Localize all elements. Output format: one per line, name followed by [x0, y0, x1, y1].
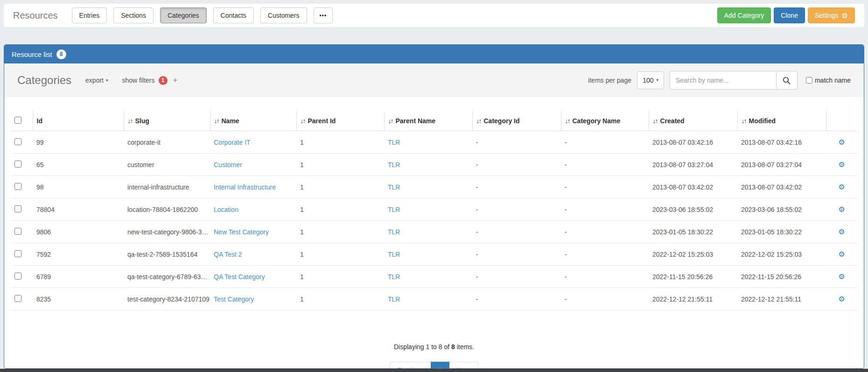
category-name-link[interactable]: Internal Infrastructure [214, 183, 276, 191]
show-filters-toggle[interactable]: show filters 1 + [122, 76, 178, 85]
row-settings-gear-icon[interactable]: ⚙ [838, 205, 845, 213]
table-row: 99 corporate-it Corporate IT 1 TLR - - 2… [11, 131, 857, 154]
more-tabs-button[interactable]: ••• [314, 7, 333, 23]
table-row: 7592 qa-test-2-7589-1535164 QA Test 2 1 … [11, 243, 857, 266]
sort-icon: ↓↑ [301, 117, 305, 125]
row-settings-gear-icon[interactable]: ⚙ [838, 183, 845, 191]
search-button[interactable] [776, 71, 798, 90]
table-row: 9806 new-test-category-9806-3… New Test … [11, 221, 857, 243]
header-modified[interactable]: ↓↑Modified [737, 111, 826, 131]
header-category-name[interactable]: ↓↑Category Name [561, 111, 649, 131]
cell-created: 2013-08-07 03:27:04 [649, 154, 737, 176]
category-name-link[interactable]: Customer [214, 161, 242, 168]
add-category-button[interactable]: Add Category [717, 7, 771, 23]
row-settings-gear-icon[interactable]: ⚙ [838, 273, 845, 281]
row-checkbox[interactable] [14, 138, 21, 145]
row-checkbox[interactable] [14, 228, 21, 235]
select-all-checkbox[interactable] [14, 117, 21, 124]
filter-bar: Categories export ▾ show filters 1 + ite… [4, 63, 864, 97]
parent-name-link[interactable]: TLR [388, 228, 400, 236]
cell-category-name: - [561, 243, 649, 266]
row-settings-gear-icon[interactable]: ⚙ [838, 161, 845, 168]
settings-button[interactable]: Settings ⚙ [808, 7, 855, 23]
row-checkbox[interactable] [14, 250, 21, 257]
cell-id: 6789 [33, 266, 124, 288]
category-name-link[interactable]: Location [214, 206, 238, 213]
pagination-page-1[interactable]: 1 [431, 362, 449, 369]
tab-customers[interactable]: Customers [260, 7, 307, 23]
match-name-checkbox[interactable] [806, 77, 812, 84]
row-checkbox[interactable] [14, 183, 21, 190]
header-category-id[interactable]: ↓↑Category Id [472, 111, 561, 131]
parent-name-link[interactable]: TLR [388, 206, 400, 213]
table-row: 78804 location-78804-1862200 Location 1 … [11, 198, 857, 221]
cell-parent-id: 1 [296, 243, 384, 266]
parent-name-link[interactable]: TLR [388, 273, 400, 281]
category-name-link[interactable]: Test Category [214, 295, 254, 303]
parent-name-link[interactable]: TLR [388, 139, 400, 146]
parent-name-link[interactable]: TLR [388, 161, 400, 168]
settings-button-label: Settings [815, 12, 839, 19]
filter-count-badge: 1 [159, 76, 168, 85]
clone-button[interactable]: Clone [774, 7, 805, 23]
export-dropdown[interactable]: export ▾ [85, 77, 108, 84]
caret-down-icon: ▾ [657, 78, 658, 82]
cell-category-name: - [561, 198, 649, 221]
sort-icon: ↓↑ [742, 117, 746, 125]
cell-slug: internal-infrastructure [124, 176, 210, 198]
row-checkbox[interactable] [14, 161, 21, 168]
cell-category-id: - [472, 176, 561, 198]
header-slug[interactable]: ↓↑Slug [124, 111, 210, 131]
row-checkbox[interactable] [14, 205, 21, 212]
table-row: 98 internal-infrastructure Internal Infr… [11, 176, 857, 198]
cell-id: 8235 [33, 288, 124, 310]
list-footer: Displaying 1 to 8 of 8 items. Previous 1… [4, 343, 864, 369]
cell-modified: 2022-11-15 20:56:26 [737, 266, 826, 288]
category-name-link[interactable]: QA Test 2 [214, 251, 242, 258]
cell-id: 98 [33, 176, 124, 198]
row-checkbox[interactable] [14, 273, 21, 280]
category-name-link[interactable]: Corporate IT [214, 139, 251, 146]
cell-created: 2022-11-15 20:56:26 [649, 266, 737, 288]
cell-slug: qa-test-category-6789-63… [124, 266, 210, 288]
list-title: Categories [17, 74, 71, 87]
row-checkbox[interactable] [14, 295, 21, 302]
add-filter-button[interactable]: + [173, 76, 178, 85]
cell-slug: qa-test-2-7589-1535164 [124, 243, 210, 266]
cell-parent-id: 1 [296, 266, 384, 288]
table-wrap: Id ↓↑Slug ↓↑Name ↓↑Parent Id ↓↑Parent Na… [11, 111, 857, 310]
header-parent-id[interactable]: ↓↑Parent Id [296, 111, 384, 131]
gear-icon: ⚙ [842, 12, 848, 19]
cell-created: 2022-12-12 21:55:11 [649, 288, 737, 310]
resource-list-panel: Resource list 8 Categories export ▾ show… [4, 44, 864, 369]
tab-contacts[interactable]: Contacts [213, 7, 254, 23]
search-group [670, 71, 798, 90]
filter-right-group: items per page 100 ▾ match name [588, 71, 851, 90]
items-per-page-select[interactable]: 100 ▾ [637, 71, 664, 89]
row-settings-gear-icon[interactable]: ⚙ [838, 138, 845, 146]
sort-icon: ↓↑ [653, 117, 658, 125]
row-settings-gear-icon[interactable]: ⚙ [838, 228, 845, 236]
header-parent-name[interactable]: ↓↑Parent Name [384, 111, 472, 131]
tab-sections[interactable]: Sections [113, 7, 154, 23]
category-name-link[interactable]: New Test Category [214, 228, 269, 236]
header-name[interactable]: ↓↑Name [210, 111, 296, 131]
row-settings-gear-icon[interactable]: ⚙ [838, 250, 845, 258]
row-settings-gear-icon[interactable]: ⚙ [838, 295, 845, 303]
parent-name-link[interactable]: TLR [388, 295, 400, 303]
header-id[interactable]: Id [33, 111, 124, 131]
tab-entries[interactable]: Entries [72, 7, 107, 23]
header-created[interactable]: ↓↑Created [649, 111, 737, 131]
pagination-previous[interactable]: Previous [390, 362, 430, 369]
search-input[interactable] [670, 71, 776, 90]
category-name-link[interactable]: QA Test Category [214, 273, 265, 281]
tab-categories[interactable]: Categories [160, 7, 207, 23]
top-toolbar: Resources Entries Sections Categories Co… [4, 4, 864, 27]
parent-name-link[interactable]: TLR [388, 183, 400, 191]
items-per-page-label: items per page [588, 77, 631, 84]
filter-left-group: Categories export ▾ show filters 1 + [17, 74, 177, 87]
cell-category-id: - [472, 154, 561, 176]
parent-name-link[interactable]: TLR [388, 251, 400, 258]
pagination-next[interactable]: Next [449, 362, 478, 369]
cell-id: 78804 [33, 198, 124, 221]
